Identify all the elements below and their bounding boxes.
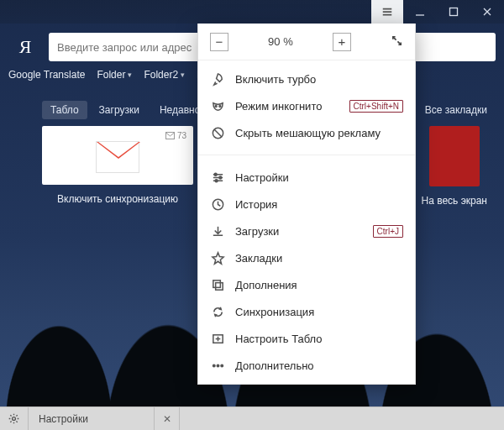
svg-point-6 bbox=[218, 176, 221, 179]
grid-plus-icon bbox=[210, 331, 225, 346]
bookmark-label: Folder bbox=[97, 69, 125, 81]
menu-label: Настроить Табло bbox=[235, 333, 403, 345]
menu-item-bookmarks[interactable]: Закладки bbox=[198, 244, 415, 271]
svg-point-3 bbox=[218, 105, 220, 107]
page-tabs: Табло Загрузки Недавно bbox=[42, 101, 208, 119]
menu-label: Загрузки bbox=[235, 225, 363, 238]
tile-gmail[interactable]: 73 bbox=[42, 126, 193, 185]
bookmark-label: Google Translate bbox=[8, 69, 85, 81]
window-close-button[interactable] bbox=[470, 0, 504, 24]
download-icon bbox=[210, 223, 225, 239]
svg-point-2 bbox=[215, 105, 217, 107]
menu-item-sync[interactable]: Синхронизация bbox=[198, 298, 415, 325]
sync-icon bbox=[210, 304, 225, 319]
yandex-logo[interactable]: Я bbox=[8, 36, 42, 58]
svg-point-12 bbox=[213, 364, 214, 366]
window-minimize-button[interactable] bbox=[403, 0, 437, 24]
fullscreen-button[interactable] bbox=[391, 34, 403, 50]
mask-icon bbox=[210, 98, 225, 113]
unread-badge: 73 bbox=[165, 131, 186, 140]
all-bookmarks-link[interactable]: Все закладки bbox=[425, 104, 487, 116]
chevron-down-icon: ▾ bbox=[181, 71, 185, 79]
menu-section-1: Включить турбо Режим инкогнито Ctrl+Shif… bbox=[198, 60, 415, 151]
svg-rect-0 bbox=[450, 8, 458, 16]
main-menu-panel: − 90 % + Включить турбо Режим инкогнито … bbox=[197, 24, 416, 385]
menu-label: Режим инкогнито bbox=[235, 100, 339, 113]
menu-item-more[interactable]: Дополнительно bbox=[198, 352, 415, 379]
shortcut-badge: Ctrl+Shift+N bbox=[349, 100, 403, 113]
window-titlebar bbox=[0, 0, 504, 24]
bookmarks-bar: Google Translate Folder▾ Folder2▾ Read bbox=[8, 69, 221, 81]
shortcut-badge: Ctrl+J bbox=[373, 225, 403, 238]
sliders-icon bbox=[210, 170, 225, 185]
svg-rect-10 bbox=[215, 282, 223, 290]
taskbar-tab-settings[interactable]: Настройки bbox=[29, 407, 155, 431]
gmail-icon bbox=[96, 141, 139, 173]
more-icon bbox=[210, 358, 225, 373]
menu-label: Синхронизация bbox=[235, 306, 403, 318]
tab-tablo[interactable]: Табло bbox=[42, 101, 87, 119]
tab-downloads[interactable]: Загрузки bbox=[91, 101, 148, 119]
clock-icon bbox=[210, 197, 225, 212]
svg-point-14 bbox=[220, 364, 222, 366]
unread-count: 73 bbox=[177, 131, 186, 140]
tile-label-sync[interactable]: Включить синхронизацию bbox=[57, 193, 178, 205]
menu-item-turbo[interactable]: Включить турбо bbox=[198, 66, 415, 92]
menu-item-configure-tablo[interactable]: Настроить Табло bbox=[198, 325, 415, 352]
taskbar-tab-label: Настройки bbox=[39, 413, 88, 425]
svg-point-13 bbox=[217, 364, 218, 366]
zoom-row: − 90 % + bbox=[198, 24, 415, 60]
svg-point-15 bbox=[13, 417, 16, 421]
menu-separator bbox=[198, 155, 415, 155]
menu-section-2: Настройки История Загрузки Ctrl+J Заклад… bbox=[198, 159, 415, 384]
menu-item-history[interactable]: История bbox=[198, 191, 415, 218]
svg-point-5 bbox=[214, 173, 217, 176]
menu-label: Включить турбо bbox=[235, 73, 403, 86]
menu-label: Настройки bbox=[235, 171, 403, 184]
bookmark-folder2[interactable]: Folder2▾ bbox=[144, 69, 185, 81]
menu-item-downloads[interactable]: Загрузки Ctrl+J bbox=[198, 218, 415, 244]
bookmark-google-translate[interactable]: Google Translate bbox=[8, 69, 85, 81]
window-maximize-button[interactable] bbox=[437, 0, 470, 24]
rocket-icon bbox=[210, 71, 225, 87]
menu-item-addons[interactable]: Дополнения bbox=[198, 271, 415, 298]
taskbar-settings-icon[interactable] bbox=[0, 407, 29, 431]
menu-item-hide-ads[interactable]: Скрыть мешающую рекламу bbox=[198, 119, 415, 146]
menu-label: Дополнительно bbox=[235, 359, 403, 372]
zoom-in-button[interactable]: + bbox=[333, 33, 351, 51]
zoom-value: 90 % bbox=[268, 35, 293, 48]
layers-icon bbox=[210, 277, 225, 292]
tile-label-fullscreen[interactable]: На весь экран bbox=[421, 195, 487, 207]
bookmark-label: Folder2 bbox=[144, 69, 178, 81]
chevron-down-icon: ▾ bbox=[128, 71, 132, 79]
bottom-taskbar: Настройки ✕ bbox=[0, 406, 504, 430]
menu-label: Скрыть мешающую рекламу bbox=[235, 127, 403, 139]
menu-item-incognito[interactable]: Режим инкогнито Ctrl+Shift+N bbox=[198, 92, 415, 119]
tile-red[interactable] bbox=[429, 126, 480, 186]
menu-label: История bbox=[235, 198, 403, 211]
zoom-out-button[interactable]: − bbox=[210, 33, 228, 51]
taskbar-tab-close[interactable]: ✕ bbox=[155, 407, 180, 431]
menu-item-settings[interactable]: Настройки bbox=[198, 164, 415, 191]
star-icon bbox=[210, 250, 225, 265]
svg-rect-9 bbox=[213, 280, 220, 287]
svg-point-7 bbox=[215, 179, 218, 181]
bookmark-folder1[interactable]: Folder▾ bbox=[97, 69, 132, 81]
block-icon bbox=[210, 125, 225, 140]
hamburger-menu-button[interactable] bbox=[371, 0, 403, 24]
menu-label: Дополнения bbox=[235, 279, 403, 291]
menu-label: Закладки bbox=[235, 252, 403, 265]
